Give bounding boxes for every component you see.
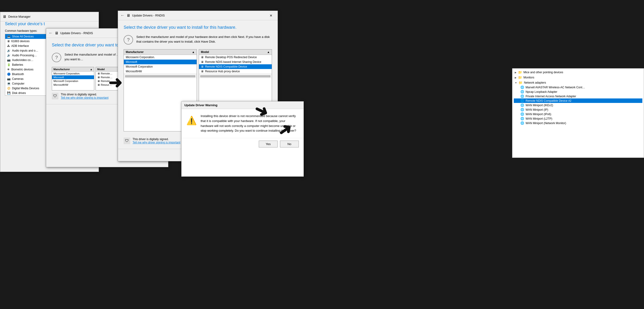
hw-item-audio-proc[interactable]: 🔊 Audio Processing… bbox=[5, 53, 52, 58]
dm-group-mice: ▶ 📁 Mice and other pointing devices bbox=[514, 70, 642, 75]
net-icon-rndis2: 🌐 bbox=[520, 99, 524, 102]
hw-item-adb[interactable]: 🖧 ADB Interface bbox=[5, 44, 52, 48]
dm-item-marvell[interactable]: 🌐 Marvell AVASTAR Wireless-AC Network Co… bbox=[514, 85, 642, 90]
dlg1-mfr-msft-hw[interactable]: MicrosoftHW bbox=[52, 83, 94, 87]
hw-item-icon: 🔋 bbox=[7, 63, 10, 66]
dm-item-wan-ikev2[interactable]: 🌐 WAN Miniport (IKEv2) bbox=[514, 103, 642, 108]
expand-icon-monitors: ▶ bbox=[515, 76, 516, 79]
hw-item-cameras[interactable]: 📷 Cameras bbox=[5, 76, 52, 81]
hw-item-icon: 👁 bbox=[7, 68, 10, 71]
hw-item-batteries[interactable]: 🔋 Batteries bbox=[5, 62, 52, 67]
dev-manager-right-panel: ▶ 📁 Mice and other pointing devices ▶ 📁 … bbox=[512, 68, 644, 158]
hw-item-icon: 💾 bbox=[7, 92, 10, 95]
dlg2-mfr-msft-corp[interactable]: Microsoft Corporation bbox=[124, 64, 196, 69]
dev-manager-titlebar: 🖥 Device Manager bbox=[0, 12, 99, 22]
hw-item-icon: 🔊 bbox=[7, 54, 10, 57]
hw-item-label: Biometric devices bbox=[11, 68, 34, 71]
hw-item-label: Bluetooth bbox=[12, 72, 24, 76]
dm-group-monitors-label: Monitors bbox=[524, 76, 534, 79]
model-icon-rndis-sharing: 🖥 bbox=[201, 60, 204, 64]
select-device-title: Select your device's t bbox=[5, 22, 94, 26]
warning-message: Installing this device driver is not rec… bbox=[200, 114, 299, 133]
manufacturer-scroll-up[interactable]: ▲ bbox=[192, 50, 195, 54]
warning-yes-button[interactable]: Yes bbox=[259, 140, 278, 148]
warning-titlebar: Update Driver Warning bbox=[182, 102, 304, 109]
dlg2-model-rndis-sharing[interactable]: 🖥 Remote NDIS based Internet Sharing Dev… bbox=[199, 60, 272, 64]
hw-item-icon: 📷 bbox=[7, 77, 10, 80]
update-dlg-2-titlebar: ← 🖥 Update Drivers - RNDIS ✕ bbox=[118, 11, 278, 20]
close-button-2[interactable]: ✕ bbox=[267, 12, 275, 19]
model-icon-2: 🖥 bbox=[97, 76, 100, 79]
hw-item-bluetooth[interactable]: 🔵 Bluetooth bbox=[5, 72, 52, 76]
model-icon-rdp: 🖥 bbox=[201, 56, 204, 59]
hw-item-disk[interactable]: 💾 Disk drives bbox=[5, 91, 52, 96]
hw-item-digital-media[interactable]: 📀 Digital Media Devices bbox=[5, 86, 52, 91]
dlg1-signed-text: This driver is digitally signed. bbox=[61, 93, 108, 96]
net-icon-wan-ipv6: 🌐 bbox=[520, 112, 524, 116]
dlg2-model-rdp[interactable]: 🖥 Remote Desktop POS Redirected Device bbox=[199, 55, 272, 60]
expand-icon-network: ▼ bbox=[515, 82, 517, 84]
hw-item-show-all[interactable]: 💻 Show All Devices bbox=[5, 34, 52, 39]
dm-group-network-header[interactable]: ▼ 📁 Network adapters bbox=[514, 80, 642, 85]
dm-item-wan-netmon[interactable]: 🌐 WAN Miniport (Network Monitor) bbox=[514, 121, 642, 125]
net-icon-wan-ip: 🌐 bbox=[520, 108, 524, 112]
hw-item-label: Batteries bbox=[12, 63, 23, 66]
hw-item-61883[interactable]: 🖥 61883 devices bbox=[5, 39, 52, 44]
folder-icon-mice: 📁 bbox=[518, 70, 522, 74]
dlg2-header-title: Select the device driver you want to ins… bbox=[124, 25, 272, 30]
dlg2-mfr-microsoft[interactable]: Microsoft bbox=[124, 60, 196, 64]
model-icon-1: 🖥 bbox=[97, 72, 100, 75]
dm-item-pia[interactable]: 🌐 Private Internet Access Network Adapte… bbox=[514, 94, 642, 98]
dm-item-wan-ipv6[interactable]: 🌐 WAN Miniport (IPv6) bbox=[514, 112, 642, 116]
dm-item-npcap[interactable]: 🌐 Npcap Loopback Adapter bbox=[514, 90, 642, 94]
window-controls-2: ✕ bbox=[267, 12, 275, 19]
dm-item-wan-ip[interactable]: 🌐 WAN Miniport (IP) bbox=[514, 108, 642, 112]
dm-item-wan-l2tp[interactable]: 🌐 WAN Miniport (L2TP) bbox=[514, 116, 642, 121]
net-icon-wan-ikev2: 🌐 bbox=[520, 104, 524, 107]
dlg1-mfr-microsemi[interactable]: Microsemi Corporation. bbox=[52, 72, 94, 75]
dlg2-manufacturer-header: Manufacturer ▲ bbox=[124, 50, 196, 55]
warning-no-button[interactable]: No bbox=[280, 140, 299, 148]
dlg1-mfr-msft-corp[interactable]: Microsoft Corporation bbox=[52, 79, 94, 83]
net-icon-wan-l2tp: 🌐 bbox=[520, 117, 524, 120]
hw-item-label: Computer bbox=[12, 82, 24, 85]
hw-item-label: Audio Processing… bbox=[12, 54, 37, 57]
dm-group-monitors-header[interactable]: ▶ 📁 Monitors bbox=[514, 75, 642, 80]
warning-content: ⚠️ Installing this device driver is not … bbox=[182, 109, 304, 138]
model-col-label: Model bbox=[201, 50, 209, 54]
model-scroll-up[interactable]: ▲ bbox=[267, 50, 270, 54]
hw-item-icon: 🔵 bbox=[7, 72, 10, 76]
dlg1-mfr-microsoft[interactable]: Microsoft bbox=[52, 75, 94, 79]
mfr-scroll: ▲ bbox=[90, 68, 92, 71]
hw-item-label: ADB Interface bbox=[11, 44, 29, 48]
hw-item-icon: 💻 bbox=[7, 35, 10, 38]
model-icon-rndis-compat: 🖥 bbox=[201, 65, 204, 68]
titlebar-text-2: Update Drivers - RNDIS bbox=[132, 14, 267, 17]
dlg1-manufacturer-header: Manufacturer ▲ bbox=[52, 67, 94, 72]
dlg2-model-resource-hub[interactable]: 🖥 Resource Hub proxy device bbox=[199, 69, 272, 74]
dlg2-signed-link[interactable]: Tell me why driver signing is important bbox=[132, 141, 180, 144]
back-button-1[interactable]: ← bbox=[48, 30, 53, 36]
hw-item-computer[interactable]: 💻 Computer bbox=[5, 81, 52, 86]
net-icon-npcap: 🌐 bbox=[520, 90, 524, 94]
dm-group-mice-header[interactable]: ▶ 📁 Mice and other pointing devices bbox=[514, 70, 642, 75]
hw-item-av[interactable]: 📷 Audio/video co… bbox=[5, 58, 52, 62]
hw-item-label: Digital Media Devices bbox=[12, 87, 39, 90]
dm-item-rndis2[interactable]: 🌐 Remote NDIS Compatible Device #2 bbox=[514, 98, 642, 103]
dlg2-model-rndis-compat[interactable]: 🖥 Remote NDIS Compatible Device bbox=[199, 64, 272, 69]
model-scroll-bar[interactable] bbox=[200, 75, 270, 77]
dlg1-manufacturer-panel[interactable]: Manufacturer ▲ Microsemi Corporation. Mi… bbox=[52, 67, 94, 90]
back-button-2[interactable]: ← bbox=[120, 13, 124, 18]
dm-group-network: ▼ 📁 Network adapters 🌐 Marvell AVASTAR W… bbox=[514, 80, 642, 125]
hw-type-list[interactable]: 💻 Show All Devices 🖥 61883 devices 🖧 ADB… bbox=[5, 34, 52, 96]
hw-item-audio-inputs[interactable]: 🔊 Audio inputs and o… bbox=[5, 48, 52, 53]
hw-item-biometric[interactable]: 👁 Biometric devices bbox=[5, 67, 52, 72]
hw-item-label: Audio/video co… bbox=[12, 58, 34, 62]
warning-footer: Yes No bbox=[182, 138, 304, 150]
dlg2-mfr-microsemi[interactable]: Microsemi Corporation. bbox=[124, 55, 196, 60]
dlg2-mfr-msft-hw[interactable]: MicrosoftHW bbox=[124, 69, 196, 74]
model-label: Model bbox=[97, 68, 105, 71]
dm-group-mice-label: Mice and other pointing devices bbox=[524, 71, 563, 74]
dlg1-signed-link[interactable]: Tell me why driver signing is important bbox=[61, 96, 108, 100]
manufacturer-scroll-bar[interactable] bbox=[125, 75, 195, 77]
